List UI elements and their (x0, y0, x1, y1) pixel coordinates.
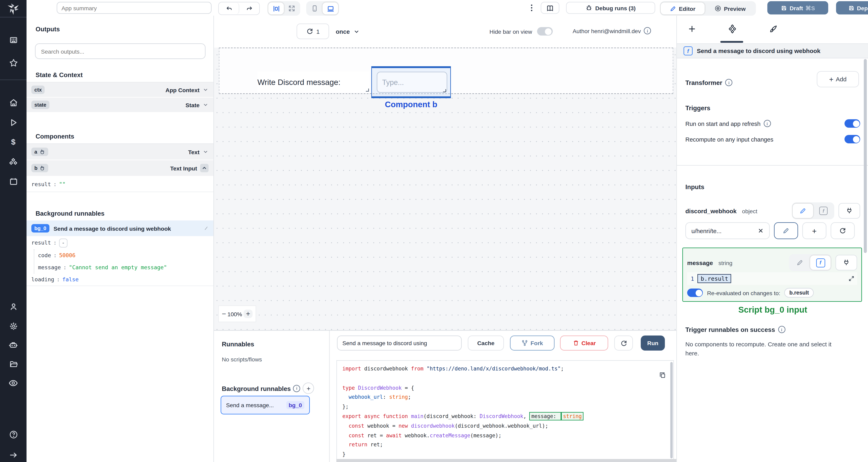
user-icon[interactable] (0, 300, 27, 314)
eval-mode[interactable]: f (810, 255, 831, 270)
state-chip[interactable]: state (31, 101, 50, 109)
resize-handle[interactable] (366, 89, 369, 92)
frequency-select[interactable]: once (336, 24, 360, 39)
resources-cubes-icon[interactable] (0, 155, 27, 169)
settings-gear-icon[interactable] (0, 319, 27, 333)
connect-plug-button[interactable] (838, 203, 860, 219)
output-row-state[interactable]: state State (27, 98, 213, 113)
help-icon[interactable] (0, 427, 27, 442)
runnable-name-input[interactable] (337, 335, 462, 351)
component-row-b[interactable]: b Text Input (27, 160, 213, 176)
run-on-start-toggle[interactable] (844, 119, 860, 128)
input-mode-group: f (792, 202, 834, 219)
expr-value-selected[interactable]: b.result (698, 274, 731, 283)
chevron-down-icon (353, 28, 360, 35)
recompute-toggle[interactable] (844, 135, 860, 143)
code-editor[interactable]: import discordwebhook from "https://deno… (336, 360, 674, 460)
add-runnable-button[interactable]: + (303, 383, 314, 394)
redo-button[interactable] (239, 2, 259, 14)
author-info: Author henri@windmill.dev i (572, 27, 651, 34)
deploy-button[interactable]: Deploy (836, 1, 868, 14)
desktop-view-icon[interactable] (322, 2, 338, 14)
edit-resource-button[interactable] (774, 222, 798, 239)
runs-play-icon[interactable] (0, 116, 27, 130)
app-summary-input[interactable] (57, 2, 212, 14)
component-b-chip[interactable]: b (31, 164, 49, 172)
mobile-view-icon[interactable] (307, 2, 322, 14)
refresh-count-button[interactable]: 1 (297, 24, 329, 39)
hide-bar-toggle[interactable] (537, 27, 553, 36)
component-row-a[interactable]: a Text (27, 144, 213, 160)
info-icon[interactable]: i (778, 326, 785, 333)
loading-value: false (62, 276, 79, 283)
variables-dollar-icon[interactable]: $ (0, 135, 27, 150)
static-pencil-mode[interactable] (793, 204, 813, 218)
zoom-out-button[interactable]: − (222, 309, 226, 318)
folders-icon[interactable] (0, 357, 27, 371)
tab-insert-plus-icon[interactable] (688, 25, 696, 33)
info-icon[interactable]: i (764, 120, 771, 127)
collapse-chevron-up[interactable] (200, 164, 209, 172)
text-input-component[interactable]: Type... (377, 72, 447, 93)
fork-button[interactable]: Fork (510, 335, 555, 351)
tab-styling-brush-icon[interactable] (769, 25, 778, 34)
info-icon[interactable]: i (293, 385, 300, 392)
type-label: object (742, 208, 757, 214)
zoom-in-button[interactable]: + (244, 309, 253, 318)
eye-icon[interactable] (0, 376, 27, 390)
ctx-chip[interactable]: ctx (31, 86, 45, 94)
reeval-toggle[interactable] (687, 289, 703, 297)
runnables-list-panel: Runnables No scripts/flows Background ru… (214, 331, 330, 462)
panel-scrollbar[interactable] (864, 59, 867, 253)
output-row-ctx[interactable]: ctx App Context (27, 82, 213, 98)
ai-robot-icon[interactable] (0, 338, 27, 352)
clear-button[interactable]: Clear (560, 335, 608, 351)
search-outputs-input[interactable] (35, 43, 206, 59)
reeval-dependency-pill[interactable]: b.result (784, 288, 814, 298)
bg0-output-row[interactable]: bg_0 Send a message to discord using web… (27, 221, 213, 236)
add-resource-button[interactable]: + (802, 222, 827, 239)
undo-button[interactable] (219, 2, 239, 14)
docs-button[interactable] (541, 2, 559, 14)
pencil-icon (670, 5, 677, 12)
schedules-calendar-icon[interactable] (0, 174, 27, 189)
collapse-arrow-icon[interactable] (0, 448, 27, 462)
home-icon[interactable] (0, 96, 27, 110)
static-pencil-mode[interactable] (789, 255, 810, 270)
windmill-logo-icon[interactable] (0, 0, 27, 17)
connect-plug-button[interactable] (835, 255, 857, 270)
run-button[interactable]: Run (641, 335, 665, 351)
align-center-icon[interactable] (268, 2, 284, 14)
b-result-value: "" (59, 181, 66, 187)
info-icon[interactable]: i (644, 27, 651, 34)
code-vscrollbar[interactable] (670, 362, 673, 458)
cache-button[interactable]: Cache (468, 335, 504, 351)
draft-button[interactable]: Draft ⌘S (767, 1, 828, 14)
refresh-resource-button[interactable] (831, 222, 855, 239)
copy-code-icon[interactable] (659, 372, 666, 379)
favorites-star-icon[interactable] (0, 56, 27, 70)
bg0-badge: bg_0 (286, 401, 304, 409)
on-success-empty-text: No components to recompute. Create one a… (685, 340, 836, 358)
more-menu-icon[interactable] (528, 4, 535, 12)
debug-runs-button[interactable]: Debug runs (3) (566, 2, 655, 14)
expand-editor-icon[interactable] (848, 275, 855, 282)
info-icon[interactable]: i (725, 79, 733, 86)
workspace-icon[interactable] (0, 33, 27, 47)
expr-editor-line[interactable]: 1 b.result (687, 272, 857, 285)
tab-components-icon[interactable] (727, 24, 737, 34)
collapse-node-button[interactable]: - (59, 238, 67, 248)
refresh-icon (839, 227, 846, 234)
eval-mode[interactable]: f (813, 204, 834, 218)
resource-field[interactable]: u/henri/te... (685, 222, 770, 239)
text-component-a[interactable]: Write Discord message: (257, 72, 370, 92)
tab-preview[interactable]: Preview (705, 2, 755, 14)
resize-handle[interactable] (443, 89, 446, 92)
tab-editor[interactable]: Editor (661, 2, 705, 14)
selected-component-b[interactable]: Type... (371, 66, 451, 98)
add-transformer-button[interactable]: +Add (817, 71, 859, 87)
refresh-code-button[interactable] (614, 335, 633, 351)
component-a-chip[interactable]: a (31, 147, 48, 156)
runnable-item-bg0[interactable]: Send a message... bg_0 (221, 396, 310, 415)
expand-icon[interactable] (284, 2, 300, 14)
